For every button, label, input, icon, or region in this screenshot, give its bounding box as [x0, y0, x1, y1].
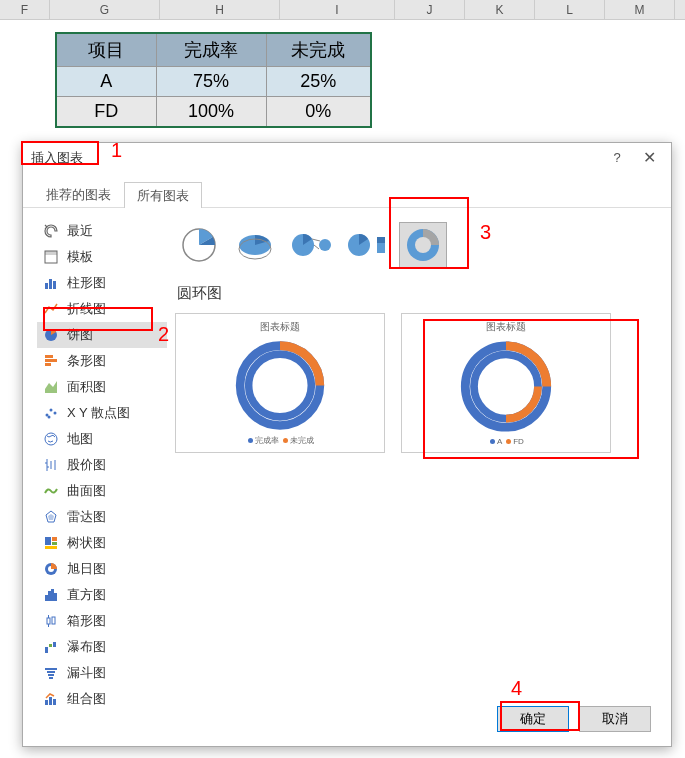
col-header-H[interactable]: H	[160, 0, 280, 19]
col-header-F[interactable]: F	[0, 0, 50, 19]
table-cell[interactable]: 100%	[156, 97, 266, 128]
annotation-number-1: 1	[111, 139, 122, 160]
table-cell[interactable]: 0%	[266, 97, 371, 128]
col-header-M[interactable]: M	[605, 0, 675, 19]
column-header-row: F G H I J K L M	[0, 0, 685, 20]
selected-data-table[interactable]: 项目 完成率 未完成 A 75% 25% FD 100% 0%	[55, 32, 372, 128]
col-header-K[interactable]: K	[465, 0, 535, 19]
table-cell[interactable]: 75%	[156, 67, 266, 97]
col-header-I[interactable]: I	[280, 0, 395, 19]
spreadsheet-area: F G H I J K L M 项目 完成率 未完成 A 75% 25% FD …	[0, 0, 685, 160]
table-header-cell[interactable]: 项目	[56, 33, 156, 67]
table-header-cell[interactable]: 未完成	[266, 33, 371, 67]
insert-chart-dialog: 插入图表 ? ✕ 推荐的图表 所有图表 最近 模板 柱形图 折线图 饼图 条形图…	[22, 142, 672, 160]
table-cell[interactable]: A	[56, 67, 156, 97]
help-button[interactable]: ?	[601, 145, 633, 160]
table-cell[interactable]: 25%	[266, 67, 371, 97]
table-cell[interactable]: FD	[56, 97, 156, 128]
table-header-cell[interactable]: 完成率	[156, 33, 266, 67]
close-button[interactable]: ✕	[633, 145, 665, 160]
col-header-L[interactable]: L	[535, 0, 605, 19]
col-header-J[interactable]: J	[395, 0, 465, 19]
col-header-G[interactable]: G	[50, 0, 160, 19]
